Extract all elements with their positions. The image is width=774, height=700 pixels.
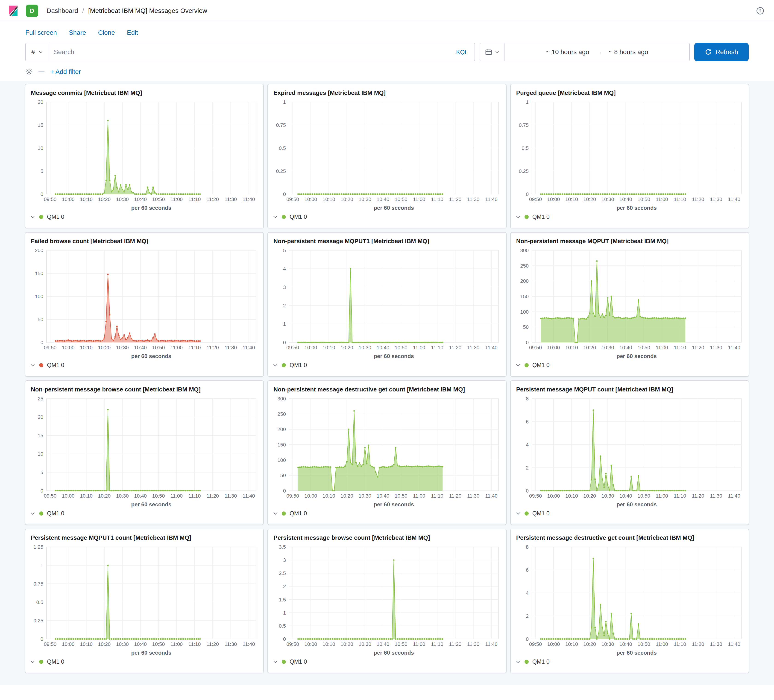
time-series-chart[interactable]: 09:5010:0010:1010:2010:3010:4010:5011:00… [268, 542, 506, 657]
svg-text:09:50: 09:50 [286, 493, 299, 499]
chevron-down-icon[interactable] [515, 659, 521, 665]
chevron-down-icon[interactable] [30, 659, 35, 665]
search-box: # KQL [25, 43, 475, 61]
legend-series-dot[interactable] [524, 512, 529, 515]
svg-text:per 60 seconds: per 60 seconds [374, 205, 414, 211]
chevron-down-icon[interactable] [30, 511, 35, 516]
time-series-chart[interactable]: 09:5010:0010:1010:2010:3010:4010:5011:00… [268, 246, 506, 361]
chart-panel: Persistent message browse count [Metricb… [268, 529, 506, 673]
kibana-logo[interactable] [7, 4, 20, 18]
show-dates-button[interactable] [480, 43, 505, 61]
help-icon[interactable]: ? [753, 3, 767, 18]
svg-text:11:30: 11:30 [225, 493, 237, 499]
legend-series-dot[interactable] [524, 215, 529, 219]
svg-text:0: 0 [41, 636, 43, 642]
legend-series-label[interactable]: QM1 0 [289, 510, 307, 517]
time-series-chart[interactable]: 09:5010:0010:1010:2010:3010:4010:5011:00… [511, 542, 749, 657]
time-series-chart[interactable]: 09:5010:0010:1010:2010:3010:4010:5011:00… [511, 246, 749, 361]
legend-series-dot[interactable] [39, 215, 43, 219]
svg-text:10:20: 10:20 [98, 345, 111, 350]
svg-text:10:30: 10:30 [359, 493, 371, 499]
legend-series-label[interactable]: QM1 0 [47, 658, 64, 665]
legend-series-dot[interactable] [282, 512, 286, 515]
chevron-down-icon[interactable] [273, 659, 278, 665]
svg-text:3.5: 3.5 [279, 544, 286, 550]
menu-full-screen[interactable]: Full screen [25, 29, 57, 36]
menu-share[interactable]: Share [69, 29, 86, 36]
legend-series-label[interactable]: QM1 0 [47, 510, 64, 517]
legend-series-dot[interactable] [39, 512, 43, 515]
svg-text:11:30: 11:30 [467, 196, 480, 202]
chevron-down-icon[interactable] [273, 511, 278, 516]
menu-clone[interactable]: Clone [98, 29, 115, 36]
time-range-start[interactable]: ~ 10 hours ago [546, 48, 589, 56]
chevron-down-icon[interactable] [30, 362, 35, 368]
query-language-button[interactable]: KQL [450, 49, 475, 56]
legend-series-label[interactable]: QM1 0 [533, 510, 550, 517]
svg-text:11:10: 11:10 [674, 345, 686, 350]
svg-text:10:10: 10:10 [322, 345, 335, 350]
breadcrumb-dashboard-link[interactable]: Dashboard [46, 7, 78, 15]
legend-series-label[interactable]: QM1 0 [289, 213, 307, 220]
legend-series-label[interactable]: QM1 0 [289, 658, 307, 665]
legend-series-label[interactable]: QM1 0 [47, 213, 64, 220]
query-menu-button[interactable]: # [26, 43, 49, 61]
svg-text:11:00: 11:00 [656, 196, 668, 202]
svg-text:50: 50 [38, 317, 43, 322]
chart-panel: Persistent message MQPUT1 count [Metricb… [25, 529, 264, 673]
svg-text:10:10: 10:10 [565, 196, 578, 202]
legend-series-label[interactable]: QM1 0 [47, 362, 64, 368]
time-series-chart[interactable]: 09:5010:0010:1010:2010:3010:4010:5011:00… [268, 394, 506, 509]
panel-title: Expired messages [Metricbeat IBM MQ] [268, 84, 506, 97]
legend-series-dot[interactable] [39, 363, 43, 367]
legend-series-dot[interactable] [282, 215, 286, 219]
legend-series-dot[interactable] [524, 363, 529, 367]
chevron-down-icon[interactable] [515, 511, 521, 516]
legend-series-dot[interactable] [282, 363, 286, 367]
svg-text:11:00: 11:00 [413, 196, 425, 202]
refresh-button[interactable]: Refresh [694, 43, 749, 61]
legend-series-dot[interactable] [282, 660, 286, 664]
chevron-down-icon[interactable] [515, 214, 521, 220]
add-filter-button[interactable]: + Add filter [50, 68, 81, 76]
legend-series-label[interactable]: QM1 0 [533, 213, 550, 220]
time-series-chart[interactable]: 09:5010:0010:1010:2010:3010:4010:5011:00… [25, 97, 263, 213]
svg-text:0: 0 [283, 636, 286, 642]
legend-series-dot[interactable] [524, 660, 529, 664]
svg-text:11:00: 11:00 [170, 641, 183, 647]
chevron-down-icon[interactable] [515, 362, 521, 368]
time-series-chart[interactable]: 09:5010:0010:1010:2010:3010:4010:5011:00… [25, 394, 263, 509]
menu-edit[interactable]: Edit [127, 29, 138, 36]
search-input[interactable] [49, 48, 450, 56]
svg-text:11:40: 11:40 [485, 493, 498, 499]
time-series-chart[interactable]: 09:5010:0010:1010:2010:3010:4010:5011:00… [25, 246, 263, 361]
svg-text:2: 2 [526, 613, 528, 619]
svg-text:11:00: 11:00 [656, 641, 668, 647]
time-series-chart[interactable]: 09:5010:0010:1010:2010:3010:4010:5011:00… [268, 97, 506, 213]
svg-text:per 60 seconds: per 60 seconds [617, 650, 657, 656]
time-series-chart[interactable]: 09:5010:0010:1010:2010:3010:4010:5011:00… [25, 542, 263, 657]
svg-text:09:50: 09:50 [286, 196, 299, 202]
svg-text:10:00: 10:00 [547, 641, 560, 647]
chart-legend: QM1 0 [268, 361, 506, 372]
query-bar: # KQL ~ 10 hours ago → ~ 8 hours ago Ref… [0, 41, 774, 64]
svg-text:11:30: 11:30 [467, 345, 480, 350]
svg-text:10:40: 10:40 [134, 345, 147, 350]
svg-text:11:00: 11:00 [170, 493, 183, 499]
legend-series-label[interactable]: QM1 0 [289, 362, 307, 368]
legend-series-label[interactable]: QM1 0 [533, 362, 550, 368]
filter-settings-gear-icon[interactable] [25, 68, 33, 76]
time-range-end[interactable]: ~ 8 hours ago [609, 48, 648, 56]
svg-text:10:40: 10:40 [134, 493, 147, 499]
chevron-down-icon[interactable] [273, 214, 278, 220]
chevron-down-icon[interactable] [30, 214, 35, 220]
chevron-down-icon[interactable] [273, 362, 278, 368]
svg-text:per 60 seconds: per 60 seconds [131, 501, 171, 507]
time-series-chart[interactable]: 09:5010:0010:1010:2010:3010:4010:5011:00… [511, 97, 749, 213]
legend-series-dot[interactable] [39, 660, 43, 664]
svg-text:0.25: 0.25 [519, 168, 529, 174]
time-series-chart[interactable]: 09:5010:0010:1010:2010:3010:4010:5011:00… [511, 394, 749, 509]
space-avatar[interactable]: D [26, 5, 38, 17]
legend-series-label[interactable]: QM1 0 [533, 658, 550, 665]
svg-text:10:10: 10:10 [80, 493, 93, 499]
